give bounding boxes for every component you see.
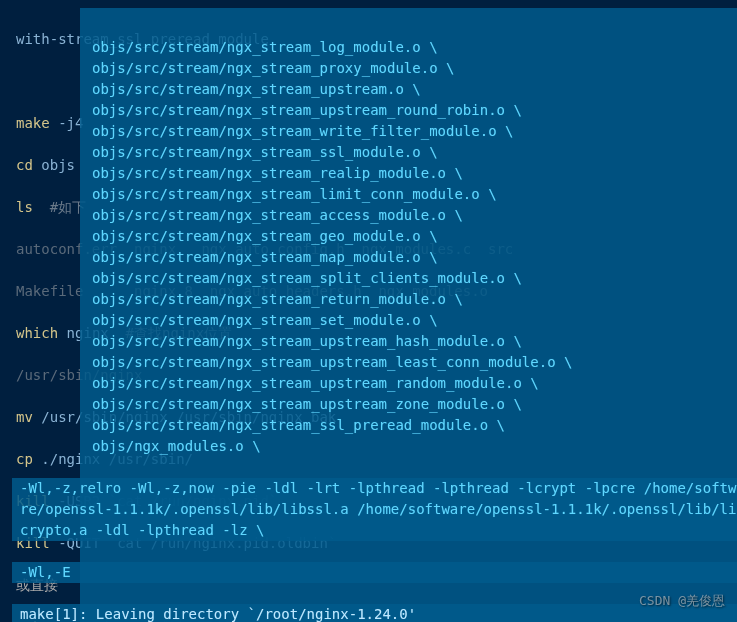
obj-file-line: objs/src/stream/ngx_stream_upstream_leas… (92, 352, 737, 373)
obj-file-line: objs/src/stream/ngx_stream_limit_conn_mo… (92, 184, 737, 205)
obj-file-line: objs/src/stream/ngx_stream_ssl_module.o … (92, 142, 737, 163)
obj-file-line: objs/src/stream/ngx_stream_ssl_preread_m… (92, 415, 737, 436)
obj-file-line: objs/src/stream/ngx_stream_realip_module… (92, 163, 737, 184)
cmd-which: which (16, 325, 58, 341)
terminal-output-layer: objs/src/stream/ngx_stream_log_module.o … (80, 8, 737, 622)
obj-file-line: objs/src/stream/ngx_stream_access_module… (92, 205, 737, 226)
cmd-cp: cp (16, 451, 33, 467)
cmd-ls: ls (16, 199, 33, 215)
obj-file-line: objs/src/stream/ngx_stream_upstream_rand… (92, 373, 737, 394)
linker-flags: -Wl,-z,relro -Wl,-z,now -pie -ldl -lrt -… (12, 478, 737, 541)
cmd-mv: mv (16, 409, 33, 425)
obj-file-line: objs/src/stream/ngx_stream_map_module.o … (92, 247, 737, 268)
obj-file-line: objs/src/stream/ngx_stream_proxy_module.… (92, 58, 737, 79)
obj-file-line: objs/src/stream/ngx_stream_upstream_zone… (92, 394, 737, 415)
obj-file-line: objs/src/stream/ngx_stream_upstream_roun… (92, 100, 737, 121)
obj-file-line: objs/src/stream/ngx_stream_return_module… (92, 289, 737, 310)
obj-file-line: objs/src/stream/ngx_stream_upstream.o \ (92, 79, 737, 100)
obj-file-line: objs/src/stream/ngx_stream_upstream_hash… (92, 331, 737, 352)
obj-file-line: objs/src/stream/ngx_stream_geo_module.o … (92, 226, 737, 247)
obj-file-line: objs/ngx_modules.o \ (92, 436, 737, 457)
obj-file-line: objs/src/stream/ngx_stream_split_clients… (92, 268, 737, 289)
obj-files-list: objs/src/stream/ngx_stream_log_module.o … (92, 37, 737, 457)
obj-file-line: objs/src/stream/ngx_stream_write_filter_… (92, 121, 737, 142)
watermark: CSDN @羌俊恩 (639, 591, 725, 611)
obj-file-line: objs/src/stream/ngx_stream_log_module.o … (92, 37, 737, 58)
make-leaving: make[1]: Leaving directory `/root/nginx-… (12, 604, 737, 622)
cmd-cd: cd (16, 157, 33, 173)
wle-flag: -Wl,-E (12, 562, 737, 583)
obj-file-line: objs/src/stream/ngx_stream_set_module.o … (92, 310, 737, 331)
cmd-make: make (16, 115, 50, 131)
